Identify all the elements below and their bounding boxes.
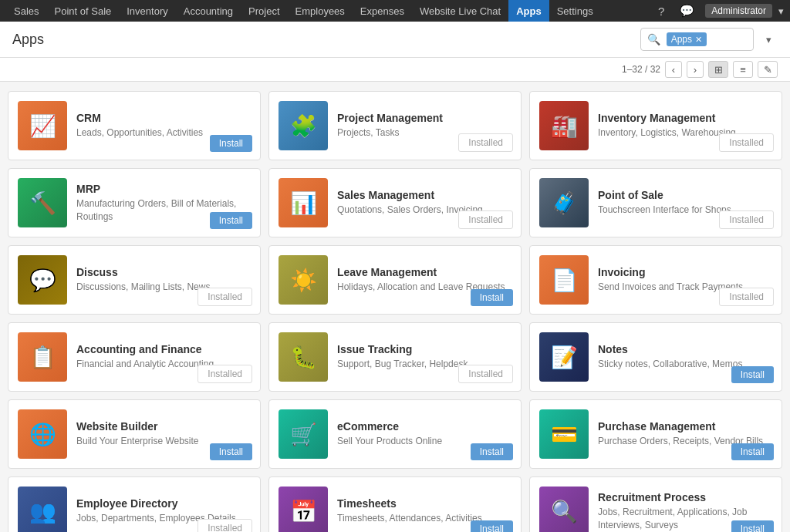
app-icon-timesheets: 📅 [279, 487, 328, 532]
app-action-notes[interactable]: Install [731, 366, 774, 383]
app-icon-purchase-management: 💳 [539, 409, 589, 459]
installed-label-sales-management: Installed [458, 210, 513, 229]
app-name-timesheets: Timesheets [337, 497, 511, 510]
app-card-leave-management: ☀️Leave ManagementHolidays, Allocation a… [268, 245, 522, 315]
app-name-invoicing: Invoicing [598, 266, 772, 278]
prev-page-button[interactable]: ‹ [665, 61, 682, 78]
app-action-discuss[interactable]: Installed [198, 288, 252, 306]
pagination-info: 1–32 / 32 [622, 64, 660, 75]
next-page-button[interactable]: › [687, 61, 704, 78]
install-button-notes[interactable]: Install [731, 366, 774, 383]
search-icon: 🔍 [641, 33, 667, 45]
admin-button[interactable]: Administrator [705, 4, 772, 18]
page-title: Apps [12, 32, 44, 48]
nav-point-of-sale[interactable]: Point of Sale [47, 0, 120, 22]
filter-tag[interactable]: Apps ✕ [667, 32, 707, 46]
install-button-purchase-management[interactable]: Install [731, 443, 774, 460]
app-name-ecommerce: eCommerce [337, 420, 511, 433]
app-icon-ecommerce: 🛒 [279, 409, 328, 459]
app-card-recruitment-process: 🔍Recruitment ProcessJobs, Recruitment, A… [529, 476, 782, 532]
nav-apps[interactable]: Apps [508, 0, 549, 22]
app-action-invoicing[interactable]: Installed [719, 288, 774, 306]
app-icon-employee-directory: 👥 [18, 487, 67, 532]
app-card-timesheets: 📅TimesheetsTimesheets, Attendances, Acti… [268, 476, 522, 532]
filter-tag-close[interactable]: ✕ [695, 35, 702, 45]
app-name-point-of-sale: Point of Sale [598, 189, 772, 201]
view-grid-button[interactable]: ⊞ [708, 61, 728, 78]
app-icon-issue-tracking: 🐛 [279, 332, 328, 382]
app-icon-recruitment-process: 🔍 [539, 487, 589, 532]
app-action-point-of-sale[interactable]: Installed [719, 210, 774, 229]
install-button-ecommerce[interactable]: Install [471, 443, 513, 460]
search-dropdown-arrow[interactable]: ▾ [760, 34, 778, 45]
app-action-accounting-finance[interactable]: Installed [198, 365, 252, 383]
app-name-sales-management: Sales Management [337, 189, 511, 201]
install-button-leave-management[interactable]: Install [471, 289, 513, 306]
nav-project[interactable]: Project [241, 0, 287, 22]
app-icon-point-of-sale: 🧳 [539, 178, 589, 227]
search-input[interactable] [707, 31, 753, 49]
app-action-recruitment-process[interactable]: Install [731, 520, 774, 532]
app-action-crm[interactable]: Install [210, 135, 252, 152]
app-action-purchase-management[interactable]: Install [731, 443, 774, 460]
installed-label-invoicing: Installed [719, 288, 774, 306]
install-button-timesheets[interactable]: Install [471, 520, 513, 532]
nav-expenses[interactable]: Expenses [353, 0, 412, 22]
app-action-sales-management[interactable]: Installed [458, 210, 513, 229]
app-card-notes: 📝NotesSticky notes, Collaborative, Memos… [529, 322, 782, 392]
question-icon[interactable]: ? [653, 5, 669, 18]
app-name-leave-management: Leave Management [337, 266, 511, 278]
filter-tag-label: Apps [671, 34, 692, 45]
search-bar: 🔍 Apps ✕ [640, 28, 754, 51]
app-action-ecommerce[interactable]: Install [471, 443, 513, 460]
app-name-recruitment-process: Recruitment Process [598, 491, 772, 503]
app-card-website-builder: 🌐Website BuilderBuild Your Enterprise We… [8, 399, 261, 469]
app-card-purchase-management: 💳Purchase ManagementPurchase Orders, Rec… [529, 399, 782, 469]
app-card-ecommerce: 🛒eCommerceSell Your Products OnlineInsta… [268, 399, 522, 469]
app-card-mrp: 🔨MRPManufacturing Orders, Bill of Materi… [8, 168, 261, 237]
nav-accounting[interactable]: Accounting [176, 0, 241, 22]
app-action-issue-tracking[interactable]: Installed [458, 365, 513, 383]
view-list-button[interactable]: ≡ [733, 61, 753, 78]
nav-inventory[interactable]: Inventory [119, 0, 175, 22]
admin-dropdown-icon[interactable]: ▾ [778, 5, 784, 17]
nav-sales[interactable]: Sales [6, 0, 47, 22]
install-button-mrp[interactable]: Install [210, 212, 252, 229]
app-icon-invoicing: 📄 [539, 255, 589, 305]
app-card-issue-tracking: 🐛Issue TrackingSupport, Bug Tracker, Hel… [268, 322, 522, 392]
apps-grid: 📈CRMLeads, Opportunities, ActivitiesInst… [0, 82, 790, 532]
app-name-issue-tracking: Issue Tracking [337, 343, 511, 355]
app-icon-crm: 📈 [18, 101, 67, 150]
app-action-leave-management[interactable]: Install [471, 289, 513, 306]
app-card-project-management: 🧩Project ManagementProjects, TasksInstal… [268, 91, 522, 160]
subheader: Apps 🔍 Apps ✕ ▾ [0, 22, 790, 58]
install-button-recruitment-process[interactable]: Install [731, 520, 774, 532]
app-icon-project-management: 🧩 [279, 101, 328, 150]
app-action-website-builder[interactable]: Install [210, 443, 252, 460]
app-action-project-management[interactable]: Installed [458, 133, 513, 152]
installed-label-inventory-management: Installed [719, 133, 774, 152]
app-card-invoicing: 📄InvoicingSend Invoices and Track Paymen… [529, 245, 782, 315]
app-action-timesheets[interactable]: Install [471, 520, 513, 532]
app-action-mrp[interactable]: Install [210, 212, 252, 229]
app-name-mrp: MRP [76, 183, 251, 195]
app-name-website-builder: Website Builder [76, 420, 251, 433]
install-button-crm[interactable]: Install [210, 135, 252, 152]
install-button-website-builder[interactable]: Install [210, 443, 252, 460]
app-action-employee-directory[interactable]: Installed [198, 519, 252, 532]
top-navigation: Sales Point of Sale Inventory Accounting… [0, 0, 790, 22]
chat-icon[interactable]: 💬 [675, 4, 699, 18]
app-name-crm: CRM [76, 112, 251, 124]
app-icon-website-builder: 🌐 [18, 409, 67, 459]
app-card-discuss: 💬DiscussDiscussions, Mailing Lists, News… [8, 245, 261, 315]
nav-website-live-chat[interactable]: Website Live Chat [412, 0, 508, 22]
nav-settings[interactable]: Settings [549, 0, 601, 22]
installed-label-employee-directory: Installed [198, 519, 252, 532]
app-name-purchase-management: Purchase Management [598, 420, 772, 433]
pagination-bar: 1–32 / 32 ‹ › ⊞ ≡ ✎ [0, 58, 790, 82]
view-edit-button[interactable]: ✎ [758, 61, 778, 78]
app-action-inventory-management[interactable]: Installed [719, 133, 774, 152]
app-icon-accounting-finance: 📋 [18, 332, 67, 382]
nav-employees[interactable]: Employees [288, 0, 353, 22]
installed-label-discuss: Installed [198, 288, 252, 306]
